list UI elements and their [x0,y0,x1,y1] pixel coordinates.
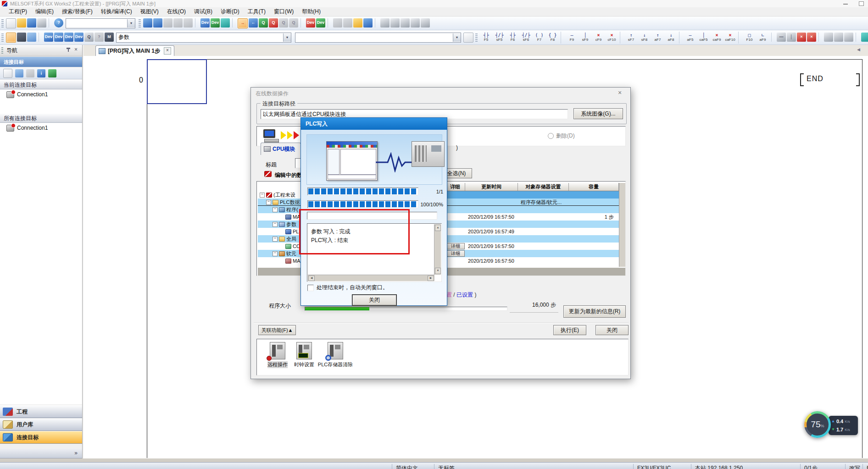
parameter-combo[interactable]: 参数▼ [116,33,291,43]
paste-connection-icon[interactable] [26,69,34,77]
statement-icon[interactable] [834,33,843,42]
tree-expand-icon[interactable] [273,251,278,256]
redo-icon[interactable] [184,18,193,28]
watch-start-icon[interactable]: Q [279,18,288,28]
table-row[interactable]: 2020/12/09 16:57:50 [445,243,619,250]
toolbar-grip[interactable] [1,33,4,42]
find-replace-icon[interactable]: Q [84,33,94,42]
scroll-right-icon[interactable]: ▶ [428,276,434,281]
chevron-down-icon[interactable]: ▼ [127,19,135,28]
menu-item[interactable]: 窗口(W) [270,7,298,17]
nav-button-project[interactable]: 工程 [0,405,82,418]
checkbox-icon[interactable] [307,285,314,291]
ladder-symbol-button[interactable]: { }F8 [546,32,559,44]
device-list-icon[interactable]: Dev [54,33,63,42]
ladder-branch-icon-5[interactable] [421,18,430,28]
system-image-button[interactable]: 系统图像(G)... [573,108,623,119]
toolbar-grip[interactable] [475,33,478,42]
data-combo[interactable]: ▼ [295,33,461,43]
close-icon[interactable]: × [618,89,622,96]
table-row[interactable]: 2020/12/09 16:57:49 [445,228,619,235]
panel-grip[interactable] [1,47,3,54]
table-row[interactable] [445,191,619,199]
menu-item[interactable]: 转换/编译(C) [97,7,136,17]
table-row[interactable]: 2020/12/09 16:57:50 1 步 [445,213,619,221]
nav-button-connection[interactable]: 连接目标 [0,431,82,444]
plc-close-button[interactable]: 关闭 [352,295,396,305]
project-combo[interactable]: ▼ [66,18,135,28]
ladder-branch-icon-3[interactable] [401,18,410,28]
related-functions-button[interactable]: 关联功能(F)▲ [258,325,296,335]
device-test-icon[interactable] [221,18,230,28]
radio-icon[interactable] [548,133,554,139]
ladder-symbol-button[interactable] [620,32,623,44]
ladder-symbol-button[interactable]: ×caF9 [711,32,723,44]
table-row[interactable] [445,235,619,243]
tree-expand-icon[interactable] [273,207,278,212]
line-insert-icon[interactable]: — [777,33,786,42]
minimize-icon[interactable] [843,4,848,5]
ladder-test-icon[interactable] [353,18,362,28]
table-row[interactable] [445,250,619,257]
page-zoom-icon[interactable] [463,33,473,43]
ladder-symbol-button[interactable]: ↑aF7 [651,32,664,44]
toolbar-separator[interactable] [39,33,42,42]
table-row[interactable]: 程序存储器/软元... [445,199,619,206]
plc-write-title-bar[interactable]: PLC写入 [301,118,447,130]
table-scrollbar[interactable] [619,183,626,267]
table-row[interactable]: 2020/12/09 16:57:50 [445,257,619,265]
ladder-symbol-button[interactable]: ↓sF8 [638,32,651,44]
table-row[interactable] [445,206,619,213]
new-connection-icon[interactable] [3,69,12,78]
refresh-icon[interactable] [48,69,56,77]
plc-memory-clear-item[interactable]: PLC存储器清除 [315,342,356,368]
paste-icon[interactable] [163,18,172,28]
toolbar-separator[interactable] [195,18,198,28]
write-to-plc-icon[interactable]: → [238,18,248,28]
device-write-icon[interactable]: Dev [200,18,210,28]
ladder-symbol-button[interactable]: ↓aF8 [665,32,677,44]
tab-main-program[interactable]: [PRG]写入 MAIN 1步 × [95,45,174,56]
read-from-plc-icon[interactable]: ← [249,18,258,28]
outline-window-icon[interactable] [27,33,36,42]
comment-icon[interactable] [824,33,833,42]
device-comment-icon[interactable]: Dev [316,18,325,28]
detail-button[interactable]: 详细 [446,243,465,249]
new-project-icon[interactable] [6,18,16,28]
ladder-symbol-button[interactable]: │sF9 [579,32,591,44]
ladder-symbol-button[interactable]: ×caF10 [724,32,736,44]
tree-expand-icon[interactable] [273,237,278,242]
module-configuration-icon[interactable] [17,33,26,42]
refresh-info-button[interactable]: 更新为最新的信息(R) [563,305,626,318]
scroll-left-icon[interactable]: ◀ [308,276,315,281]
rung-delete-icon[interactable]: × [807,33,816,42]
tree-expand-icon[interactable] [260,193,265,198]
ladder-branch-icon-2[interactable] [390,18,400,28]
maximize-icon[interactable] [859,1,864,6]
nav-expander[interactable]: » [0,448,82,458]
help-icon[interactable]: ? [54,18,63,28]
chevron-down-icon[interactable]: ▼ [453,33,461,42]
ladder-branch-icon-4[interactable] [411,18,420,28]
monitor-start-icon[interactable]: Q [259,18,268,28]
toolbar-separator[interactable] [375,18,378,28]
menu-item[interactable]: 搜索/替换(F) [58,7,97,17]
device-find-icon[interactable]: Dev [44,33,53,42]
cross-reference-icon[interactable]: M [105,33,114,42]
ladder-symbol-button[interactable]: ┤/├sF5 [493,32,506,44]
line-delete-icon[interactable]: │ [787,33,796,42]
undo-icon[interactable] [173,18,183,28]
delete-radio[interactable]: 删除(D) [548,132,575,140]
connection-item[interactable]: Connection1 [0,123,82,133]
nav-button-userlib[interactable]: 用户库 [0,418,82,431]
scroll-down-icon[interactable]: ▼ [435,268,441,274]
ladder-branch-icon-1[interactable] [380,18,389,28]
dialog-close-button[interactable]: 关闭 [595,325,629,335]
save-project-icon[interactable] [27,18,36,28]
ladder-symbol-button[interactable] [738,32,741,44]
copy-icon[interactable] [153,18,162,28]
transfer-setup-icon[interactable] [343,18,352,28]
ladder-symbol-button[interactable]: —aF5 [684,32,696,44]
menu-item[interactable]: 视图(V) [136,7,163,17]
remote-pc-icon[interactable] [363,18,373,28]
